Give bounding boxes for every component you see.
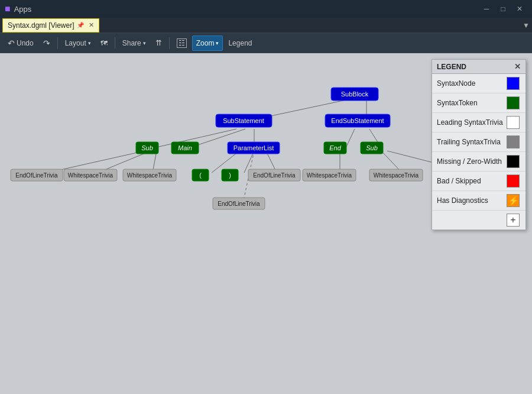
svg-text:EndSubStatement: EndSubStatement (331, 117, 384, 124)
minimize-button[interactable]: ─ (479, 3, 494, 15)
tab-label: Syntax.dgml [Viewer] (8, 21, 74, 30)
share-icon-button[interactable]: ⇈ (151, 35, 166, 51)
legend-header: LEGEND ✕ (432, 60, 525, 74)
svg-text:SubStatement: SubStatement (223, 117, 264, 124)
svg-text:WhitespaceTrivia: WhitespaceTrivia (374, 172, 419, 179)
legend-swatch-leading-trivia (507, 116, 520, 129)
svg-text:EndOfLineTrivia: EndOfLineTrivia (15, 172, 58, 179)
legend-label-leading-trivia: Leading SyntaxTrivia (437, 118, 503, 127)
tab-overflow-arrow[interactable]: ▼ (523, 21, 530, 30)
svg-text:(: ( (199, 172, 202, 179)
tab-pin-icon: 📌 (77, 22, 84, 28)
tab-bar: Syntax.dgml [Viewer] 📌 ✕ ▼ (0, 18, 532, 33)
minimap-icon: ☷ (177, 38, 187, 48)
legend-item-syntax-token: SyntaxToken (432, 93, 525, 113)
legend-add-row: + (432, 211, 525, 230)
legend-button[interactable]: Legend (224, 35, 256, 51)
legend-item-leading-trivia: Leading SyntaxTrivia (432, 113, 525, 133)
legend-item-missing: Missing / Zero-Width (432, 152, 525, 172)
redo-icon: ↷ (43, 38, 50, 48)
legend-swatch-missing (507, 155, 520, 168)
legend-swatch-diagnostics: ⚡ (507, 194, 520, 207)
pin-button[interactable]: 🗺 (96, 35, 112, 51)
layout-button[interactable]: Layout ▾ (61, 35, 95, 51)
legend-label-trailing-trivia: Trailing SyntaxTrivia (437, 138, 501, 146)
svg-text:EndOfLineTrivia: EndOfLineTrivia (218, 201, 260, 207)
title-bar: ■ Apps ─ □ ✕ (0, 0, 532, 18)
separator-1 (57, 37, 58, 49)
legend-label-bad: Bad / Skipped (437, 177, 481, 185)
zoom-arrow: ▾ (216, 40, 219, 46)
graph-canvas[interactable]: SubBlock SubStatement EndSubStatement Su… (0, 53, 532, 394)
svg-text:End: End (329, 144, 341, 151)
app-title: Apps (14, 5, 32, 14)
toolbar: ↶ Undo ↷ Layout ▾ 🗺 Share ▾ ⇈ ☷ Zoom ▾ L… (0, 33, 532, 53)
window-controls: ─ □ ✕ (479, 3, 527, 15)
legend-label-missing: Missing / Zero-Width (437, 157, 502, 166)
legend-close-button[interactable]: ✕ (514, 62, 521, 71)
svg-text:Main: Main (178, 144, 192, 151)
svg-text:WhitespaceTrivia: WhitespaceTrivia (68, 172, 113, 179)
legend-item-diagnostics: Has Diagnostics ⚡ (432, 191, 525, 211)
close-button[interactable]: ✕ (512, 3, 527, 15)
svg-text:WhitespaceTrivia: WhitespaceTrivia (307, 172, 352, 179)
share-label: Share (122, 39, 141, 47)
zoom-label: Zoom (196, 39, 215, 47)
tab-syntax-dgml[interactable]: Syntax.dgml [Viewer] 📌 ✕ (2, 18, 99, 33)
legend-label-syntax-token: SyntaxToken (437, 99, 478, 107)
legend-label: Legend (228, 39, 252, 47)
legend-item-syntax-node: SyntaxNode (432, 74, 525, 93)
share-arrow: ▾ (143, 40, 146, 46)
svg-text:Sub: Sub (366, 144, 378, 151)
svg-text:ParameterList: ParameterList (233, 144, 274, 151)
undo-icon: ↶ (8, 38, 15, 48)
undo-label: Undo (17, 39, 34, 47)
layout-label: Layout (65, 39, 86, 47)
separator-3 (169, 37, 170, 49)
share-button[interactable]: Share ▾ (118, 35, 150, 51)
minimap-button[interactable]: ☷ (173, 35, 191, 51)
layout-arrow: ▾ (88, 40, 91, 46)
svg-text:SubBlock: SubBlock (341, 91, 369, 98)
zoom-button[interactable]: Zoom ▾ (192, 35, 223, 51)
legend-item-trailing-trivia: Trailing SyntaxTrivia (432, 133, 525, 152)
legend-swatch-trailing-trivia (507, 135, 520, 148)
legend-swatch-syntax-node (507, 77, 520, 90)
separator-2 (115, 37, 115, 49)
svg-text:EndOfLineTrivia: EndOfLineTrivia (253, 172, 296, 179)
legend-item-bad: Bad / Skipped (432, 172, 525, 191)
legend-panel: LEGEND ✕ SyntaxNode SyntaxToken Leading … (432, 59, 526, 230)
svg-text:WhitespaceTrivia: WhitespaceTrivia (127, 172, 173, 179)
svg-line-5 (346, 129, 355, 148)
legend-swatch-syntax-token (507, 96, 520, 109)
pin-icon: 🗺 (100, 39, 108, 47)
restore-button[interactable]: □ (495, 3, 511, 15)
legend-swatch-bad (507, 175, 520, 188)
redo-button[interactable]: ↷ (39, 35, 54, 51)
tab-close-button[interactable]: ✕ (89, 21, 94, 29)
undo-button[interactable]: ↶ Undo (4, 35, 38, 51)
legend-label-diagnostics: Has Diagnostics (437, 196, 488, 205)
svg-text:): ) (229, 172, 231, 179)
legend-title: LEGEND (437, 63, 466, 71)
share-icon: ⇈ (155, 38, 162, 47)
svg-text:Sub: Sub (141, 144, 153, 151)
app-icon: ■ (5, 4, 11, 14)
legend-add-button[interactable]: + (507, 214, 520, 227)
legend-label-syntax-node: SyntaxNode (437, 79, 475, 88)
